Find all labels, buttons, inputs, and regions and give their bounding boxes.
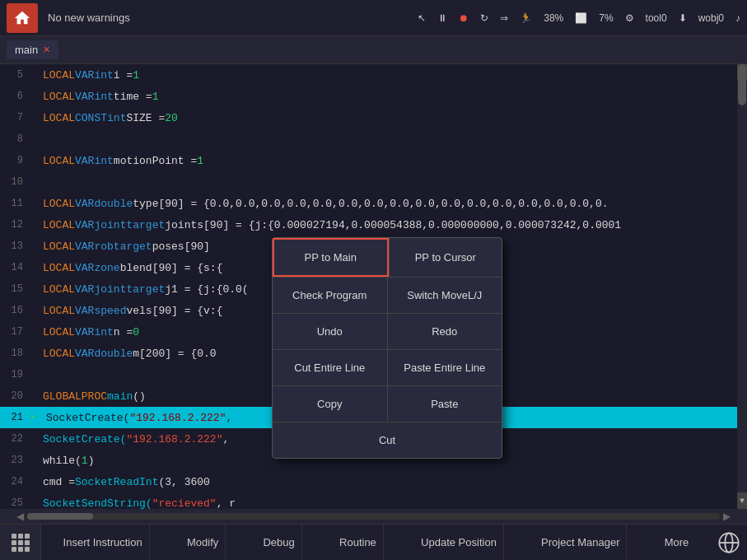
pp-to-cursor-button[interactable]: PP to Cursor [390, 238, 502, 277]
scroll-down-button[interactable]: ▼ [737, 492, 747, 509]
menu-row-1: PP to Main PP to Cursor [273, 238, 502, 278]
code-line-10: 10 [0, 171, 747, 193]
cut-entire-line-button[interactable]: Cut Entire Line [273, 350, 387, 385]
bottom-navigation: Insert Instruction Modify Debug Routine … [0, 524, 747, 560]
nav-routine[interactable]: Routine [333, 525, 384, 561]
nav-modify[interactable]: Modify [180, 525, 226, 561]
grid-icon [12, 534, 30, 552]
nav-update-position[interactable]: Update Position [414, 525, 504, 561]
download-icon[interactable]: ⬇ [679, 12, 687, 24]
code-line-6: 6 LOCAL VAR int time = 1 [0, 86, 747, 107]
tools-icon[interactable]: ⚙ [625, 12, 634, 24]
score-icon[interactable]: ♪ [735, 12, 740, 24]
toolbar: No new warnings ↖ ⏸ ⏺ ↻ ⇒ 🏃 38% ⬜ 7% ⚙ t… [0, 0, 747, 36]
code-line-12: 12 LOCAL VAR jointtarget joints[90] = {j… [0, 214, 747, 236]
horizontal-scrollbar: ◀ ▶ [0, 509, 747, 524]
nav-more[interactable]: More [658, 525, 696, 561]
code-line-5: 5 LOCAL VAR int i = 1 [0, 64, 747, 86]
code-line-11: 11 LOCAL VAR double type[90] = {0.0,0.0,… [0, 193, 747, 214]
forward-icon[interactable]: ⇒ [500, 12, 508, 24]
tool-label: tool0 [646, 12, 667, 24]
tab-label: main [15, 44, 38, 56]
copy-button[interactable]: Copy [273, 386, 387, 422]
warning-text: No new warnings [48, 12, 408, 24]
run-icon[interactable]: 🏃 [520, 12, 532, 24]
nav-insert-instruction[interactable]: Insert Instruction [57, 525, 150, 561]
grid-menu-button[interactable] [0, 525, 41, 561]
menu-row-4: Cut Entire Line Paste Entire Line [273, 350, 502, 386]
toolbar-icons: ↖ ⏸ ⏺ ↻ ⇒ 🏃 38% ⬜ 7% ⚙ tool0 ⬇ wobj0 ♪ [418, 12, 740, 24]
nav-debug[interactable]: Debug [256, 525, 301, 561]
hscroll-track[interactable] [27, 513, 720, 520]
cpu-percent: 7% [599, 12, 613, 24]
home-icon [13, 9, 31, 27]
cursor-icon[interactable]: ↖ [418, 12, 426, 24]
display-icon[interactable]: ⬜ [575, 12, 587, 24]
undo-button[interactable]: Undo [273, 314, 387, 349]
scrollbar-thumb[interactable] [738, 64, 746, 105]
pause-icon[interactable]: ⏸ [437, 12, 447, 24]
code-line-24: 24 cmd = SocketReadInt(3, 3600 [0, 471, 747, 492]
code-line-8: 8 [0, 128, 747, 150]
switch-movel-j-button[interactable]: Switch MoveL/J [388, 278, 502, 313]
context-menu: PP to Main PP to Cursor Check Program Sw… [272, 237, 502, 459]
pp-to-main-button[interactable]: PP to Main [273, 238, 389, 277]
hscroll-left-button[interactable]: ◀ [16, 511, 24, 522]
paste-button[interactable]: Paste [388, 386, 502, 422]
menu-row-6: Cut [273, 422, 502, 458]
menu-row-5: Copy Paste [273, 386, 502, 422]
repeat-icon[interactable]: ↻ [480, 12, 488, 24]
check-program-button[interactable]: Check Program [273, 278, 387, 313]
cut-button[interactable]: Cut [273, 422, 502, 458]
scrollbar-right: ▲ ▼ [737, 64, 747, 509]
hscroll-right-button[interactable]: ▶ [723, 511, 731, 522]
code-line-7: 7 LOCAL CONST int SIZE = 20 [0, 107, 747, 128]
menu-row-3: Undo Redo [273, 314, 502, 350]
globe-icon [717, 531, 740, 554]
run-percent: 38% [544, 12, 563, 24]
nav-items: Insert Instruction Modify Debug Routine … [41, 525, 711, 561]
code-line-25: 25 SocketSendString("recieved", r [0, 492, 747, 509]
tab-close-icon[interactable]: ✕ [43, 44, 50, 55]
home-button[interactable] [7, 3, 38, 33]
tabbar: main ✕ [0, 36, 747, 64]
paste-entire-line-button[interactable]: Paste Entire Line [388, 350, 502, 385]
record-icon[interactable]: ⏺ [459, 12, 469, 24]
wobj-label: wobj0 [698, 12, 724, 24]
nav-project-manager[interactable]: Project Manager [535, 525, 627, 561]
menu-row-2: Check Program Switch MoveL/J [273, 278, 502, 314]
globe-button[interactable] [711, 525, 747, 561]
redo-button[interactable]: Redo [388, 314, 502, 349]
code-line-9: 9 LOCAL VAR int motionPoint = 1 [0, 150, 747, 171]
tab-main[interactable]: main ✕ [7, 40, 58, 59]
hscroll-thumb[interactable] [27, 513, 93, 520]
